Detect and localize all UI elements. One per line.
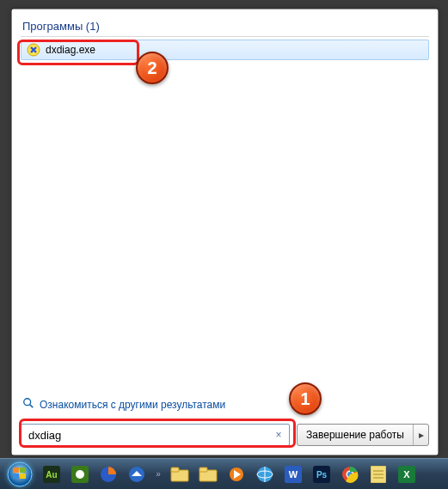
taskbar-firefox-icon[interactable] (95, 462, 121, 486)
taskbar-excel-icon[interactable]: X (394, 462, 420, 486)
svg-rect-5 (20, 468, 26, 473)
svg-text:W: W (289, 469, 298, 480)
taskbar: Au » W Ps X (0, 458, 448, 489)
clear-search-icon[interactable]: × (272, 428, 285, 442)
annotation-badge-2: 2 (136, 52, 169, 84)
svg-line-2 (30, 405, 34, 408)
taskbar-globe-icon[interactable] (252, 462, 278, 486)
taskbar-chrome-icon[interactable] (337, 462, 363, 486)
search-box[interactable]: × (21, 424, 290, 446)
taskbar-explorer-icon[interactable] (167, 462, 193, 486)
svg-point-11 (76, 470, 84, 479)
bottom-bar: × Завершение работы ▸ (12, 417, 438, 455)
search-input[interactable] (28, 429, 268, 442)
result-item-dxdiag[interactable]: dxdiag.exe (21, 40, 429, 60)
svg-rect-7 (20, 474, 26, 479)
svg-point-1 (24, 399, 31, 406)
taskbar-overflow-chevron[interactable]: » (152, 462, 164, 486)
search-icon (22, 397, 34, 412)
more-results-link[interactable]: Ознакомиться с другими результатами (21, 392, 429, 417)
start-button[interactable] (3, 460, 36, 489)
shutdown-button[interactable]: Завершение работы ▸ (297, 424, 429, 446)
taskbar-audition-icon[interactable]: Au (39, 462, 64, 486)
start-menu-panel: Программы (1) dxdiag.exe Ознакомиться с … (11, 9, 439, 455)
svg-rect-15 (171, 468, 179, 472)
svg-rect-4 (13, 468, 19, 473)
taskbar-explorer2-icon[interactable] (195, 462, 221, 486)
taskbar-media-icon[interactable] (224, 462, 249, 486)
svg-text:X: X (403, 469, 410, 480)
section-header-programs: Программы (1) (21, 16, 429, 37)
svg-rect-17 (199, 468, 207, 472)
results-panel: Программы (1) dxdiag.exe (12, 9, 438, 392)
svg-text:Ps: Ps (316, 470, 328, 480)
annotation-badge-1: 1 (289, 382, 322, 415)
taskbar-notes-icon[interactable] (365, 462, 391, 486)
taskbar-photoshop-icon[interactable]: Ps (309, 462, 334, 486)
taskbar-camtasia-icon[interactable] (67, 462, 93, 486)
dxdiag-icon (27, 43, 40, 57)
result-item-label: dxdiag.exe (46, 44, 95, 56)
taskbar-word-icon[interactable]: W (280, 462, 306, 486)
more-results-label: Ознакомиться с другими результатами (40, 399, 225, 411)
svg-text:Au: Au (46, 470, 57, 480)
svg-rect-6 (13, 474, 19, 479)
taskbar-thunderbird-icon[interactable] (124, 462, 150, 486)
shutdown-label[interactable]: Завершение работы (298, 429, 413, 441)
shutdown-menu-arrow[interactable]: ▸ (413, 425, 428, 445)
